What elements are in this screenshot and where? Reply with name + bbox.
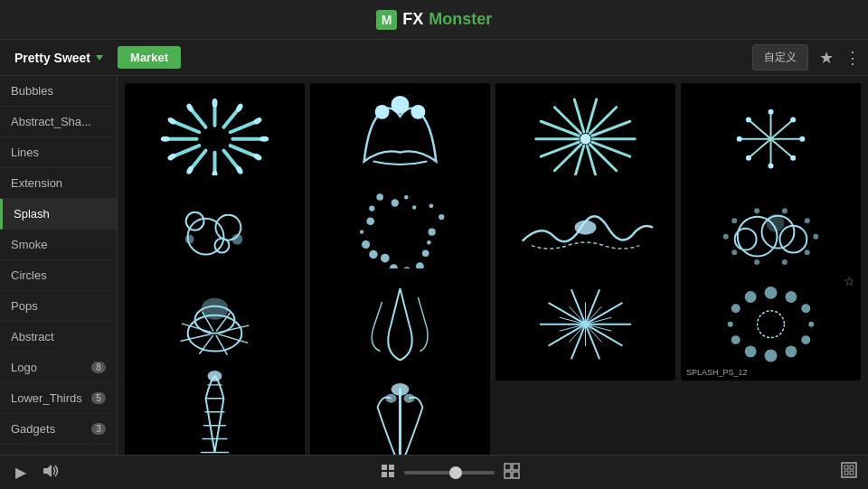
grid-small-icon[interactable] <box>381 464 395 482</box>
sidebar: BubblesAbstract_Sha...LinesExtensionSpla… <box>0 76 118 455</box>
svg-point-170 <box>386 394 397 403</box>
favorites-button[interactable]: ★ <box>819 48 834 68</box>
svg-point-154 <box>731 304 741 313</box>
sidebar-item-logo[interactable]: Logo8 <box>0 353 117 383</box>
svg-point-152 <box>731 335 741 344</box>
sidebar-item-circles[interactable]: Circles <box>0 260 117 291</box>
svg-point-101 <box>723 233 729 239</box>
top-header: M FXMonster <box>0 0 868 40</box>
expand-button[interactable] <box>841 462 857 483</box>
svg-point-102 <box>731 218 737 223</box>
customize-button[interactable]: 自定义 <box>752 44 808 71</box>
item-star-icon[interactable]: ☆ <box>844 274 855 288</box>
svg-point-72 <box>422 249 429 257</box>
svg-point-26 <box>375 105 390 119</box>
grid-item-12[interactable]: ☆ <box>681 268 861 381</box>
sidebar-item-abstractsha[interactable]: Abstract_Sha... <box>0 107 117 137</box>
svg-rect-174 <box>389 465 394 470</box>
play-icon: ▶ <box>15 464 26 481</box>
sidebar-item-lowerthirds[interactable]: Lower_Thirds5 <box>0 383 117 414</box>
play-button[interactable]: ▶ <box>11 463 31 483</box>
svg-point-78 <box>362 240 370 249</box>
svg-point-153 <box>728 322 733 327</box>
svg-rect-175 <box>382 472 387 477</box>
bottom-bar: ▶ <box>0 455 868 489</box>
sidebar-item-label: Lines <box>11 146 39 159</box>
svg-point-171 <box>403 394 414 403</box>
sidebar-badge: 3 <box>91 423 106 435</box>
sidebar-badge: 5 <box>91 392 106 404</box>
svg-point-76 <box>381 254 390 263</box>
main-content: BubblesAbstract_Sha...LinesExtensionSpla… <box>0 76 868 455</box>
sidebar-item-abstract[interactable]: Abstract <box>0 322 117 353</box>
svg-point-67 <box>231 233 242 244</box>
svg-point-28 <box>410 105 425 119</box>
nav-bar: Pretty Sweet Market 自定义 ★ ⋮ <box>0 40 868 76</box>
project-name: Pretty Sweet <box>14 51 90 65</box>
market-tab-button[interactable]: Market <box>118 46 181 69</box>
svg-point-27 <box>392 96 410 114</box>
sidebar-item-gadgets[interactable]: Gadgets3 <box>0 414 117 445</box>
size-slider[interactable] <box>404 471 495 475</box>
svg-point-80 <box>366 217 374 225</box>
svg-rect-182 <box>844 465 848 469</box>
sidebar-item-label: Circles <box>11 268 47 282</box>
sidebar-item-smoke[interactable]: Smoke <box>0 230 117 260</box>
project-dropdown[interactable]: Pretty Sweet <box>7 47 110 69</box>
ellipsis-icon: ⋮ <box>844 48 861 68</box>
sidebar-item-label: Abstract_Sha... <box>11 115 91 128</box>
svg-point-61 <box>790 118 796 123</box>
svg-rect-179 <box>505 472 511 478</box>
svg-point-103 <box>754 208 760 213</box>
size-slider-thumb[interactable] <box>449 466 462 479</box>
svg-point-20 <box>212 99 218 108</box>
sidebar-item-splash[interactable]: Splash <box>0 199 117 230</box>
svg-point-148 <box>801 335 810 344</box>
svg-point-149 <box>785 345 797 357</box>
svg-rect-180 <box>513 472 519 478</box>
volume-button[interactable] <box>43 465 60 480</box>
svg-point-79 <box>360 230 363 233</box>
svg-point-98 <box>782 259 788 265</box>
nav-left: Pretty Sweet Market <box>7 46 181 69</box>
sidebar-item-extension[interactable]: Extension <box>0 168 117 199</box>
svg-point-167 <box>208 371 222 381</box>
sidebar-item-bubbles[interactable]: Bubbles <box>0 76 117 107</box>
grid-item-11[interactable] <box>495 268 675 381</box>
logo-m-badge: M <box>376 10 398 30</box>
svg-point-83 <box>392 199 399 206</box>
svg-point-2 <box>259 136 269 142</box>
svg-point-158 <box>801 304 810 313</box>
sidebar-item-label: Gadgets <box>11 422 55 436</box>
svg-point-95 <box>767 214 785 232</box>
nav-right: 自定义 ★ ⋮ <box>752 44 861 71</box>
grid-large-icon[interactable] <box>504 463 520 483</box>
svg-point-81 <box>369 205 374 211</box>
svg-point-77 <box>369 249 377 258</box>
grid-item-13[interactable] <box>125 361 305 455</box>
svg-point-57 <box>746 118 751 123</box>
sidebar-item-label: Pops <box>11 299 38 313</box>
expand-icon <box>841 462 857 478</box>
svg-point-59 <box>769 109 774 115</box>
svg-point-97 <box>805 249 810 255</box>
sidebar-item-label: Lower_Thirds <box>11 391 82 405</box>
svg-point-49 <box>790 155 796 161</box>
bottom-center-controls <box>381 463 520 483</box>
more-options-button[interactable]: ⋮ <box>844 48 861 68</box>
volume-icon <box>43 465 60 477</box>
sidebar-item-lines[interactable]: Lines <box>0 137 117 168</box>
svg-point-51 <box>769 164 774 169</box>
svg-rect-183 <box>850 465 854 469</box>
sidebar-item-label: Splash <box>14 207 50 221</box>
svg-point-68 <box>185 234 194 243</box>
sidebar-item-label: Abstract <box>11 330 54 343</box>
grid-item-14[interactable] <box>310 361 490 455</box>
svg-rect-173 <box>382 465 387 470</box>
svg-point-85 <box>412 205 416 209</box>
svg-point-47 <box>799 136 805 142</box>
svg-point-14 <box>161 136 170 142</box>
svg-point-155 <box>745 291 757 303</box>
sidebar-item-pops[interactable]: Pops <box>0 291 117 322</box>
star-icon: ★ <box>819 48 834 68</box>
